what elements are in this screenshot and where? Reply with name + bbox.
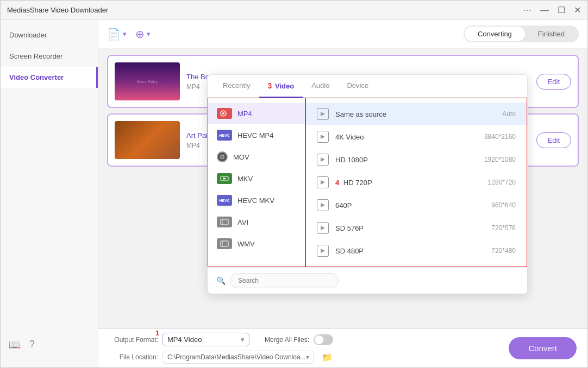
book-icon[interactable]: 📖 [9, 339, 21, 351]
output-format-label: Output Format: [109, 336, 158, 344]
svg-marker-8 [321, 112, 325, 116]
quality-list: Same as source Auto 4K Video 3840*2160 [305, 98, 527, 267]
close-icon[interactable]: ✕ [574, 5, 581, 15]
format-hevc-mkv-label: HEVC MKV [237, 196, 274, 205]
quality-name-4k: 4K Video [335, 133, 478, 141]
window-controls: ⋯ — ☐ ✕ [523, 5, 581, 15]
folder-icon-button[interactable]: 📁 [322, 352, 333, 363]
format-mov[interactable]: MOV [208, 146, 305, 168]
format-hevc-mp4-label: HEVC MP4 [237, 131, 273, 139]
quality-res-hd1080p: 1920*1080 [484, 156, 516, 163]
content-area: 📄 ▾ ⊕ ▾ Converting Finished [98, 20, 587, 367]
add-file-button[interactable]: 📄 ▾ [107, 28, 127, 41]
quality-res-hd720p: 1280*720 [488, 179, 516, 186]
sidebar-item-screen-recorder[interactable]: Screen Recorder [1, 46, 98, 67]
edit-button-1[interactable]: Edit [536, 74, 571, 90]
format-wmv[interactable]: WMV [208, 233, 305, 255]
format-list: MP4 HEVC HEVC MP4 MOV [208, 98, 305, 267]
video-thumbnail-2 [115, 121, 180, 159]
dropdown-chevron: ▾ [241, 335, 245, 344]
convert-button[interactable]: Convert [509, 337, 577, 359]
quality-hd720p[interactable]: 4 HD 720P 1280*720 [306, 171, 527, 194]
main-layout: Downloader Screen Recorder Video Convert… [1, 20, 587, 367]
quality-num-4: 4 [335, 179, 339, 187]
search-icon: 🔍 [216, 276, 226, 285]
format-avi[interactable]: AVI [208, 211, 305, 233]
format-mkv[interactable]: MKV [208, 168, 305, 189]
format-picker: Recently 3 Video Audio Device [207, 74, 528, 294]
quality-sd576p[interactable]: SD 576P 720*576 [306, 217, 527, 239]
format-search: 🔍 [208, 267, 527, 294]
quality-name-640p: 640P [335, 201, 485, 210]
sidebar-item-video-converter[interactable]: Video Converter [1, 67, 98, 88]
avi-icon [217, 217, 232, 227]
svg-point-1 [222, 112, 224, 115]
format-hevc-mp4[interactable]: HEVC HEVC MP4 [208, 124, 305, 146]
minimize-icon[interactable]: — [540, 5, 549, 15]
quality-same-as-source[interactable]: Same as source Auto [306, 103, 527, 125]
merge-toggle-group: Merge All Files: [265, 334, 333, 345]
fp-tab-audio[interactable]: Audio [303, 75, 338, 98]
wmv-icon [217, 238, 232, 249]
record-button[interactable]: ⊕ ▾ [135, 28, 151, 41]
quality-icon-sd576p [317, 222, 329, 234]
fp-tab-recently[interactable]: Recently [214, 75, 259, 98]
maximize-icon[interactable]: ☐ [558, 5, 565, 15]
format-avi-label: AVI [237, 218, 248, 226]
format-mov-label: MOV [233, 153, 249, 161]
svg-rect-4 [221, 219, 228, 225]
quality-name-hd720p: 4 HD 720P [335, 179, 481, 187]
format-mp4-label: MP4 [237, 110, 252, 118]
quality-640p[interactable]: 640P 960*640 [306, 194, 527, 217]
svg-marker-12 [321, 203, 325, 207]
merge-toggle-switch[interactable] [314, 334, 333, 345]
quality-res-sd576p: 720*576 [491, 224, 516, 232]
quality-name-hd1080p: HD 1080P [335, 156, 478, 164]
toolbar: 📄 ▾ ⊕ ▾ Converting Finished [98, 20, 587, 48]
search-input[interactable] [230, 273, 339, 288]
sidebar-item-downloader[interactable]: Downloader [1, 24, 98, 46]
tab-finished[interactable]: Finished [525, 27, 578, 41]
file-location-label: File Location: [109, 353, 158, 361]
fp-tab-video[interactable]: 3 Video [259, 75, 303, 98]
format-select-button[interactable]: 1 MP4 Video ▾ [162, 333, 249, 346]
svg-rect-6 [221, 241, 228, 246]
merge-label: Merge All Files: [265, 336, 309, 344]
mkv-icon [217, 173, 232, 184]
hevc-mkv-icon: HEVC [217, 195, 232, 206]
video-format-2: MP4 [186, 142, 200, 149]
fp-tab-device[interactable]: Device [338, 75, 377, 98]
quality-res-640p: 960*640 [491, 201, 516, 209]
edit-button-2[interactable]: Edit [536, 132, 571, 148]
quality-icon-hd720p [317, 176, 329, 188]
hevc-mp4-icon: HEVC [217, 130, 232, 141]
status-tab-group: Converting Finished [464, 26, 579, 42]
location-value[interactable]: C:\ProgramData\MediasShare\Video Downloa… [162, 351, 314, 364]
svg-marker-3 [223, 177, 227, 180]
quality-4k[interactable]: 4K Video 3840*2160 [306, 125, 527, 148]
video-format-1: MP4 [186, 83, 200, 91]
help-icon[interactable]: ? [29, 339, 35, 351]
video-thumbnail-1: Boss Baby [115, 62, 180, 100]
quality-name-same: Same as source [335, 110, 496, 118]
fp-body: MP4 HEVC HEVC MP4 MOV [208, 98, 527, 267]
quality-sd480p[interactable]: SD 480P 720*480 [306, 239, 527, 262]
quality-icon-same [317, 108, 329, 120]
app-window: MediasShare Video Downloader ⋯ — ☐ ✕ Dow… [0, 0, 588, 368]
quality-icon-640p [317, 199, 329, 211]
quality-hd1080p[interactable]: HD 1080P 1920*1080 [306, 148, 527, 171]
quality-name-sd480p: SD 480P [335, 247, 485, 255]
sidebar: Downloader Screen Recorder Video Convert… [1, 20, 98, 367]
bottom-fields: Output Format: 1 MP4 Video ▾ Merge All F… [109, 333, 498, 364]
mp4-icon [217, 108, 232, 119]
file-location-field: File Location: C:\ProgramData\MediasShar… [109, 351, 498, 364]
format-mp4[interactable]: MP4 [208, 103, 305, 124]
menu-icon[interactable]: ⋯ [523, 5, 531, 15]
format-hevc-mkv[interactable]: HEVC HEVC MKV [208, 189, 305, 211]
quality-icon-hd1080p [317, 154, 329, 166]
svg-marker-9 [321, 135, 325, 139]
tab-converting[interactable]: Converting [465, 27, 525, 41]
quality-res-sd480p: 720*480 [491, 247, 516, 255]
svg-marker-13 [321, 226, 325, 230]
selected-format-value: MP4 Video [167, 335, 202, 344]
